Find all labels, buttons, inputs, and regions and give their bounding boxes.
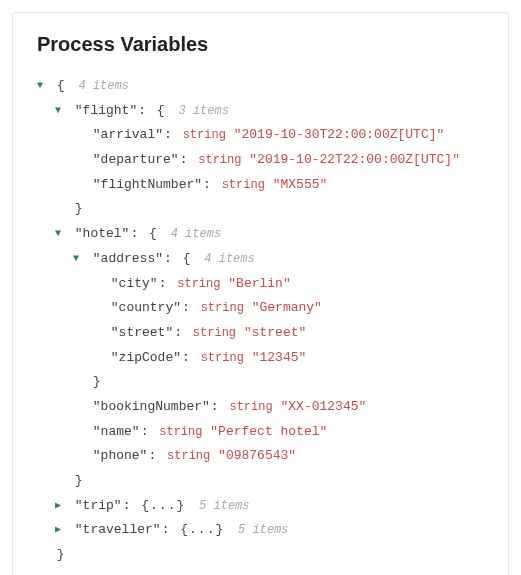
key-label: "city" [111,276,158,291]
chevron-down-icon[interactable]: ▼ [55,224,67,243]
root-count: 4 items [72,79,128,93]
spacer [73,175,85,194]
address-key: "address" [93,251,163,266]
type-label: string [159,425,202,439]
root-close: } [37,543,484,568]
address-zip-row[interactable]: "zipCode": string "12345" [37,346,484,371]
hotel-count: 4 items [165,227,221,241]
brace-close: } [75,473,83,488]
type-label: string [229,400,272,414]
trip-count: 5 items [193,499,249,513]
collapsed-brace: {...} [180,522,224,537]
spacer [73,125,85,144]
chevron-down-icon[interactable]: ▼ [55,101,67,120]
spacer [55,471,67,490]
flight-number-row[interactable]: "flightNumber": string "MX555" [37,173,484,198]
spacer [37,545,49,564]
spacer [73,397,85,416]
key-label: "departure" [93,152,179,167]
spacer [91,298,103,317]
key-label: "zipCode" [111,350,181,365]
hotel-phone-row[interactable]: "phone": string "09876543" [37,444,484,469]
flight-count: 3 items [172,104,228,118]
spacer [73,446,85,465]
json-tree: ▼ { 4 items ▼ "flight": { 3 items "arriv… [37,74,484,568]
hotel-key: "hotel" [75,226,130,241]
collapsed-brace: {...} [141,498,185,513]
brace-open: { [183,251,191,266]
trip-key: "trip" [75,498,122,513]
spacer [91,348,103,367]
brace-open: { [157,103,165,118]
brace-close: } [75,201,83,216]
key-label: "bookingNumber" [93,399,210,414]
key-label: "street" [111,325,173,340]
traveller-key: "traveller" [75,522,161,537]
key-label: "phone" [93,448,148,463]
address-city-row[interactable]: "city": string "Berlin" [37,272,484,297]
address-row[interactable]: ▼ "address": { 4 items [37,247,484,272]
traveller-count: 5 items [232,523,288,537]
type-label: string [167,449,210,463]
type-label: string [183,128,226,142]
spacer [73,422,85,441]
spacer [73,150,85,169]
key-label: "country" [111,300,181,315]
flight-arrival-row[interactable]: "arrival": string "2019-10-30T22:00:00Z[… [37,123,484,148]
chevron-down-icon[interactable]: ▼ [37,76,49,95]
brace-close: } [57,547,65,562]
brace-open: { [149,226,157,241]
chevron-right-icon[interactable]: ▶ [55,496,67,515]
value-text: "09876543" [218,448,296,463]
spacer [91,323,103,342]
process-variables-panel: Process Variables ▼ { 4 items ▼ "flight"… [12,12,509,575]
flight-key: "flight" [75,103,137,118]
value-text: "Germany" [252,300,322,315]
brace-open: { [57,78,65,93]
address-country-row[interactable]: "country": string "Germany" [37,296,484,321]
brace-close: } [93,374,101,389]
spacer [91,274,103,293]
hotel-close: } [37,469,484,494]
value-text: "XX-012345" [281,399,367,414]
spacer [55,199,67,218]
flight-departure-row[interactable]: "departure": string "2019-10-22T22:00:00… [37,148,484,173]
hotel-booking-row[interactable]: "bookingNumber": string "XX-012345" [37,395,484,420]
type-label: string [198,153,241,167]
type-label: string [201,301,244,315]
value-text: "Berlin" [228,276,290,291]
flight-row[interactable]: ▼ "flight": { 3 items [37,99,484,124]
hotel-name-row[interactable]: "name": string "Perfect hotel" [37,420,484,445]
root-row[interactable]: ▼ { 4 items [37,74,484,99]
flight-close: } [37,197,484,222]
value-text: "2019-10-30T22:00:00Z[UTC]" [234,127,445,142]
value-text: "Perfect hotel" [210,424,327,439]
traveller-row[interactable]: ▶ "traveller": {...} 5 items [37,518,484,543]
spacer [73,372,85,391]
trip-row[interactable]: ▶ "trip": {...} 5 items [37,494,484,519]
type-label: string [222,178,265,192]
type-label: string [177,277,220,291]
value-text: "street" [244,325,306,340]
value-text: "MX555" [273,177,328,192]
value-text: "2019-10-22T22:00:00Z[UTC]" [249,152,460,167]
key-label: "flightNumber" [93,177,202,192]
chevron-right-icon[interactable]: ▶ [55,520,67,539]
address-count: 4 items [198,252,254,266]
key-label: "arrival" [93,127,163,142]
type-label: string [201,351,244,365]
chevron-down-icon[interactable]: ▼ [73,249,85,268]
key-label: "name" [93,424,140,439]
address-close: } [37,370,484,395]
address-street-row[interactable]: "street": string "street" [37,321,484,346]
page-title: Process Variables [37,33,484,56]
hotel-row[interactable]: ▼ "hotel": { 4 items [37,222,484,247]
type-label: string [193,326,236,340]
value-text: "12345" [252,350,307,365]
